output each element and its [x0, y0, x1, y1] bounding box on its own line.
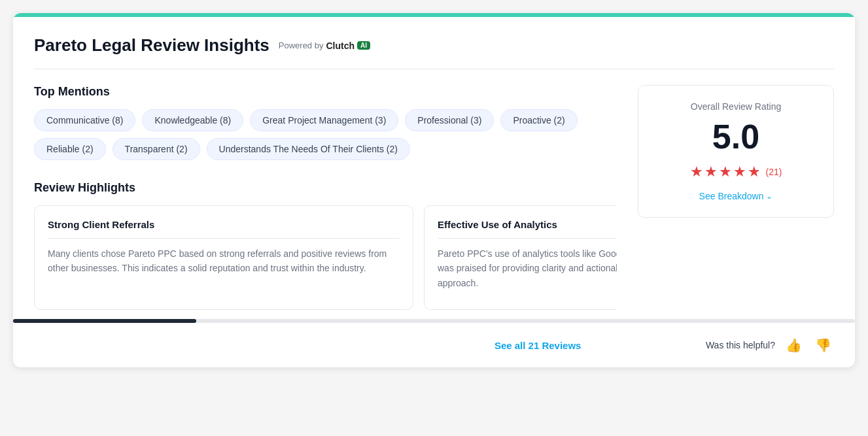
page-title: Pareto Legal Review Insights: [34, 35, 269, 56]
thumbs-down-icon: 👎: [815, 338, 831, 352]
star-4: ★: [733, 163, 746, 180]
highlights-row: Strong Client Referrals Many clients cho…: [34, 205, 617, 310]
thumbs-up-icon: 👍: [786, 338, 802, 352]
see-breakdown-label: See Breakdown: [699, 191, 764, 201]
tag-reliable[interactable]: Reliable (2): [34, 138, 106, 160]
powered-by-label: Powered by: [279, 41, 324, 50]
right-section: Overall Review Rating 5.0 ★ ★ ★ ★ ★ (21)…: [638, 85, 834, 310]
powered-by-section: Powered by Clutch AI: [279, 41, 370, 51]
tag-transparent[interactable]: Transparent (2): [113, 138, 200, 160]
scroll-track: [13, 319, 855, 323]
see-all-reviews-link[interactable]: See all 21 Reviews: [370, 340, 705, 351]
stars-row: ★ ★ ★ ★ ★ (21): [654, 163, 818, 180]
review-highlights-title: Review Highlights: [34, 181, 617, 195]
star-5: ★: [748, 163, 761, 180]
highlight-card-1-title: Strong Client Referrals: [48, 219, 400, 239]
page-footer: See all 21 Reviews Was this helpful? 👍 👎: [13, 323, 855, 367]
rating-score: 5.0: [654, 118, 818, 156]
tag-knowledgeable[interactable]: Knowledgeable (8): [142, 109, 243, 131]
top-mentions-title: Top Mentions: [34, 85, 617, 99]
star-1: ★: [690, 163, 703, 180]
rating-box: Overall Review Rating 5.0 ★ ★ ★ ★ ★ (21)…: [638, 85, 834, 218]
left-section: Top Mentions Communicative (8) Knowledge…: [34, 85, 617, 310]
thumbs-down-button[interactable]: 👎: [812, 335, 834, 356]
scroll-thumb[interactable]: [13, 319, 196, 323]
helpful-section: Was this helpful? 👍 👎: [706, 335, 834, 356]
main-card: Pareto Legal Review Insights Powered by …: [13, 13, 855, 367]
highlight-card-2-title: Effective Use of Analytics: [438, 219, 617, 239]
highlight-card-2-text: Pareto PPC's use of analytics tools like…: [438, 246, 617, 290]
page-header: Pareto Legal Review Insights Powered by …: [34, 35, 834, 69]
scroll-bar-area: [13, 310, 855, 323]
thumbs-up-button[interactable]: 👍: [783, 335, 805, 356]
see-breakdown-button[interactable]: See Breakdown ⌄: [654, 191, 818, 201]
ai-badge: AI: [357, 41, 370, 50]
clutch-logo-text: Clutch: [326, 41, 355, 51]
tag-understands[interactable]: Understands The Needs Of Their Clients (…: [207, 138, 410, 160]
tag-communicative[interactable]: Communicative (8): [34, 109, 135, 131]
highlight-card-2: Effective Use of Analytics Pareto PPC's …: [424, 205, 617, 310]
chevron-down-icon: ⌄: [766, 192, 773, 201]
tags-container: Communicative (8) Knowledgeable (8) Grea…: [34, 109, 617, 160]
tag-great-pm[interactable]: Great Project Management (3): [250, 109, 398, 131]
helpful-label: Was this helpful?: [706, 340, 775, 350]
review-count: (21): [766, 167, 782, 177]
tag-professional[interactable]: Professional (3): [405, 109, 494, 131]
main-body: Top Mentions Communicative (8) Knowledge…: [34, 85, 834, 310]
star-3: ★: [719, 163, 732, 180]
star-2: ★: [704, 163, 718, 180]
rating-label: Overall Review Rating: [654, 101, 818, 112]
tag-proactive[interactable]: Proactive (2): [500, 109, 577, 131]
highlight-card-1: Strong Client Referrals Many clients cho…: [34, 205, 413, 310]
highlight-card-1-text: Many clients chose Pareto PPC based on s…: [48, 246, 400, 276]
